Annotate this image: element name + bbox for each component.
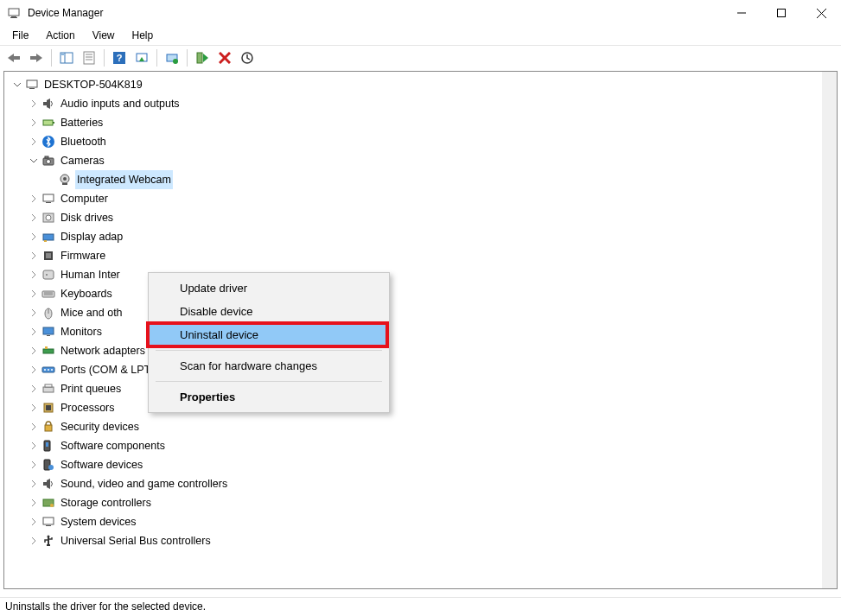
context-update-driver[interactable]: Update driver [149, 276, 389, 300]
svg-rect-36 [62, 183, 67, 185]
expand-icon[interactable] [28, 403, 39, 414]
enable-device-button[interactable] [192, 48, 213, 68]
help-button[interactable]: ? [109, 48, 130, 68]
context-properties[interactable]: Properties [149, 385, 389, 409]
svg-rect-55 [45, 346, 48, 349]
collapse-icon[interactable] [11, 79, 22, 91]
expand-icon[interactable] [28, 308, 39, 319]
tree-device-integrated-webcam[interactable]: Integrated Webcam [11, 170, 837, 189]
svg-rect-21 [197, 53, 202, 63]
svg-rect-64 [45, 425, 52, 431]
svg-point-58 [48, 369, 49, 371]
expand-icon[interactable] [28, 346, 39, 357]
forward-button[interactable] [26, 48, 47, 68]
expand-icon[interactable] [28, 441, 39, 452]
expand-icon[interactable] [28, 460, 39, 471]
tree-category[interactable]: Monitors [11, 322, 837, 341]
titlebar: Device Manager [0, 0, 841, 26]
toolbar-separator [104, 49, 105, 67]
tree-category[interactable]: Software components [11, 436, 837, 455]
tree-category[interactable]: Ports (COM & LPT) [11, 360, 837, 379]
category-icon [41, 534, 55, 548]
tree-category[interactable]: Batteries [11, 113, 837, 132]
expand-icon[interactable] [28, 422, 39, 433]
expand-icon[interactable] [28, 479, 39, 490]
expand-icon[interactable] [28, 232, 39, 243]
tree-category[interactable]: Computer [11, 189, 837, 208]
category-label: Sound, video and game controllers [59, 474, 229, 493]
tree-category[interactable]: Display adap [11, 227, 837, 246]
expand-icon[interactable] [28, 517, 39, 528]
toolbar-separator [51, 49, 52, 67]
context-disable-device[interactable]: Disable device [149, 300, 389, 323]
device-tree-panel: DESKTOP-504K819 Audio inputs and outputs… [3, 71, 838, 589]
expand-icon[interactable] [28, 498, 39, 509]
tree-category[interactable]: Security devices [11, 417, 837, 436]
device-tree[interactable]: DESKTOP-504K819 Audio inputs and outputs… [4, 72, 837, 554]
category-icon [41, 401, 55, 415]
category-icon [41, 458, 55, 472]
tree-category[interactable]: Universal Serial Bus controllers [11, 531, 837, 550]
tree-category[interactable]: Sound, video and game controllers [11, 474, 837, 493]
expand-icon[interactable] [28, 137, 39, 148]
expand-icon[interactable] [28, 98, 39, 110]
scan-hardware-button[interactable] [131, 48, 152, 68]
svg-rect-28 [43, 120, 53, 125]
category-icon [41, 363, 55, 377]
context-uninstall-device[interactable]: Uninstall device [149, 323, 389, 346]
tree-category[interactable]: Processors [11, 398, 837, 417]
tree-category[interactable]: Firmware [11, 246, 837, 265]
uninstall-device-button[interactable] [214, 48, 235, 68]
tree-category[interactable]: Audio inputs and outputs [11, 94, 837, 113]
svg-rect-26 [29, 88, 35, 89]
update-driver-button[interactable] [162, 48, 182, 68]
menu-view[interactable]: View [86, 28, 122, 43]
tree-category[interactable]: Keyboards [11, 284, 837, 303]
maximize-button[interactable] [761, 0, 801, 26]
expand-icon[interactable] [28, 327, 39, 338]
tree-category[interactable]: Bluetooth [11, 132, 837, 151]
tree-category[interactable]: Human Inter [11, 265, 837, 284]
properties-button[interactable] [79, 48, 99, 68]
tree-category[interactable]: Network adapters [11, 341, 837, 360]
expand-icon[interactable] [28, 536, 39, 547]
back-button[interactable] [3, 48, 24, 68]
expand-icon[interactable] [28, 194, 39, 205]
tree-category[interactable]: Storage controllers [11, 493, 837, 512]
expand-icon[interactable] [28, 384, 39, 395]
context-scan-hardware[interactable]: Scan for hardware changes [149, 354, 389, 378]
tree-category[interactable]: System devices [11, 512, 837, 531]
svg-rect-73 [46, 525, 51, 526]
svg-rect-72 [43, 518, 54, 524]
svg-rect-63 [46, 405, 51, 410]
menu-file[interactable]: File [5, 28, 35, 43]
collapse-icon[interactable] [28, 156, 39, 167]
expand-icon[interactable] [28, 289, 39, 300]
minimize-button[interactable] [722, 0, 761, 26]
tree-category[interactable]: Mice and oth [11, 303, 837, 322]
expand-icon[interactable] [28, 213, 39, 224]
svg-point-68 [48, 465, 54, 470]
tree-category[interactable]: Print queues [11, 379, 837, 398]
menu-help[interactable]: Help [125, 28, 161, 43]
show-hide-tree-button[interactable] [56, 48, 77, 68]
category-label: Software components [59, 436, 167, 455]
tree-root[interactable]: DESKTOP-504K819 [11, 75, 837, 94]
webcam-icon [58, 173, 72, 187]
expand-icon[interactable] [28, 365, 39, 376]
scrollbar[interactable] [822, 72, 837, 588]
tree-category[interactable]: Software devices [11, 455, 837, 474]
category-icon [41, 477, 55, 491]
menu-action[interactable]: Action [39, 28, 81, 43]
tree-category[interactable]: Disk drives [11, 208, 837, 227]
tree-category[interactable]: Cameras [11, 151, 837, 170]
expand-icon[interactable] [28, 251, 39, 262]
svg-rect-11 [61, 54, 64, 55]
expand-icon[interactable] [28, 117, 39, 129]
category-icon [41, 344, 55, 358]
expand-icon[interactable] [28, 270, 39, 281]
context-separator [156, 381, 382, 382]
statusbar: Uninstalls the driver for the selected d… [0, 597, 841, 616]
close-button[interactable] [801, 0, 841, 26]
disable-device-button[interactable] [237, 48, 258, 68]
